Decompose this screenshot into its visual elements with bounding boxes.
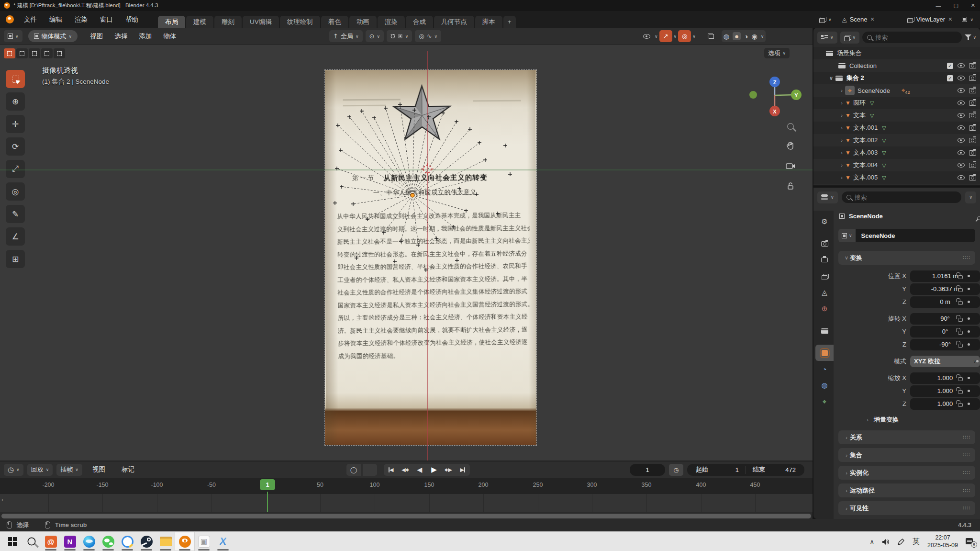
scene-selector[interactable]: Scene	[850, 16, 868, 23]
collections-panel[interactable]: ›集合∷∷	[838, 448, 975, 462]
camera-view-icon[interactable]	[786, 162, 795, 169]
lock-icon[interactable]	[958, 390, 963, 394]
move-tool[interactable]: ✛	[6, 115, 25, 133]
render-visibility-icon[interactable]	[969, 113, 976, 118]
object-name-field[interactable]: SceneNode	[856, 229, 975, 242]
select-box-tool[interactable]: ▶	[6, 70, 25, 88]
measure-tool[interactable]: ∠	[6, 227, 25, 246]
start-button[interactable]	[3, 532, 22, 551]
cursor-tool[interactable]: ⊕	[6, 92, 25, 111]
lock-icon[interactable]	[958, 331, 963, 335]
hide-eye-icon[interactable]	[958, 88, 965, 93]
frame-start-field[interactable]: 起始1	[689, 465, 746, 474]
tab-constraints[interactable]: ◔	[815, 361, 834, 377]
frame-end-field[interactable]: 结束472	[746, 465, 802, 474]
xray-toggle[interactable]	[704, 30, 717, 42]
notification-center-icon[interactable]: 8	[966, 537, 976, 547]
tab-output[interactable]	[815, 252, 834, 268]
playhead-line[interactable]	[267, 492, 268, 512]
outliner-row-text-001[interactable]: ›▼ 文本.001▽	[813, 122, 980, 134]
outliner-row-text-002[interactable]: ›▼ 文本.002▽	[813, 134, 980, 146]
visibility-toggle[interactable]	[640, 30, 653, 42]
workspace-tab[interactable]: 建模	[186, 16, 213, 28]
playhead-cap[interactable]: 1	[260, 479, 275, 490]
hide-eye-icon[interactable]	[958, 101, 965, 105]
outliner-row-text-005[interactable]: ›▼ 文本.005▽	[813, 171, 980, 184]
auto-keying-button[interactable]: ◯	[346, 464, 361, 476]
outliner-display-mode-button[interactable]: ∨	[817, 32, 837, 44]
tab-object[interactable]	[815, 345, 834, 361]
properties-display-button[interactable]: ∨	[817, 191, 838, 203]
collection-checkbox[interactable]: ✓	[947, 63, 953, 69]
animate-dot[interactable]	[968, 390, 970, 392]
menu-item[interactable]: 文件	[18, 15, 43, 24]
editor-type-button[interactable]: ∨	[4, 30, 22, 42]
current-frame-field[interactable]: 1	[630, 464, 665, 476]
maximize-button[interactable]: ▢	[953, 2, 958, 9]
clock-date[interactable]: 2025-05-09	[927, 542, 958, 550]
render-visibility-icon[interactable]	[969, 63, 976, 68]
hide-eye-icon[interactable]	[958, 138, 965, 143]
render-visibility-icon[interactable]	[969, 101, 976, 106]
select-subtract-button[interactable]	[29, 48, 40, 58]
scale-tool[interactable]: ⤢	[6, 160, 25, 178]
viewlayer-settings-icon[interactable]	[962, 17, 967, 22]
use-preview-range-button[interactable]: ◷	[669, 464, 683, 476]
shading-material-button[interactable]: ◑	[744, 33, 748, 40]
gizmo-dropdown[interactable]: ∨	[674, 34, 677, 39]
viewlayer-dropdown[interactable]: ∨	[970, 17, 973, 22]
pan-hand-icon[interactable]	[786, 141, 795, 150]
object-id-selector[interactable]: ∨	[838, 229, 856, 242]
outliner-row-scene-collection[interactable]: 场景集合	[813, 47, 980, 59]
animate-dot[interactable]	[968, 275, 970, 277]
workspace-tab[interactable]: 动画	[349, 16, 377, 28]
scene-unlink-icon[interactable]: ✕	[870, 16, 875, 22]
select-invert-button[interactable]	[41, 48, 53, 58]
animate-dot[interactable]	[976, 360, 979, 362]
screen-layout-icon[interactable]	[819, 17, 825, 22]
drag-handle-icon[interactable]: ∷∷	[963, 434, 970, 440]
annotate-tool[interactable]: ✎	[6, 205, 25, 223]
timeline-marker-menu[interactable]: 标记	[115, 465, 141, 474]
edge-icon[interactable]	[79, 532, 99, 551]
drag-handle-icon[interactable]: ∷∷	[963, 487, 970, 494]
menu-item[interactable]: 帮助	[119, 15, 145, 24]
properties-search-input[interactable]	[855, 194, 957, 201]
shading-dropdown[interactable]: ∨	[761, 34, 764, 39]
outliner-row-text-004[interactable]: ›▼ 文本.004▽	[813, 159, 980, 171]
mode-selector[interactable]: 物体模式 ∨	[28, 30, 78, 42]
proportional-edit-button[interactable]: ◎∿∨	[415, 30, 441, 42]
tab-tool[interactable]: ⚙	[815, 214, 834, 230]
add-workspace-button[interactable]: +	[503, 16, 516, 28]
workspace-tab[interactable]: 雕刻	[214, 16, 242, 28]
workspace-tab[interactable]: 布局	[158, 16, 185, 28]
keying-set-button[interactable]	[363, 464, 377, 476]
render-visibility-icon[interactable]	[969, 175, 976, 180]
prev-keyframe-button[interactable]: ◀◆	[398, 464, 412, 476]
blender-taskbar-icon[interactable]	[175, 532, 194, 551]
photo-viewer-icon[interactable]: ▣	[194, 532, 213, 551]
lock-icon[interactable]	[958, 403, 963, 407]
screen-layout-dropdown[interactable]: ∨	[828, 17, 832, 22]
jump-to-end-button[interactable]: ▶	[456, 464, 470, 476]
overlays-dropdown[interactable]: ∨	[692, 34, 696, 39]
lock-icon[interactable]	[958, 377, 963, 381]
nav-gizmo[interactable]: Z Y X	[746, 67, 803, 124]
animate-dot[interactable]	[968, 403, 970, 405]
hide-eye-icon[interactable]	[958, 76, 965, 80]
animate-dot[interactable]	[968, 343, 970, 346]
wechat-icon[interactable]	[99, 532, 118, 551]
hide-eye-icon[interactable]	[958, 175, 965, 180]
workspace-tab[interactable]: 合成	[406, 16, 433, 28]
outliner-row-text-003[interactable]: ›▼ 文本.003▽	[813, 146, 980, 159]
viewport-menu-item[interactable]: 物体	[157, 32, 182, 41]
timeline-view-menu[interactable]: 视图	[86, 465, 111, 474]
volume-icon[interactable]	[882, 539, 890, 545]
viewlayer-unlink-icon[interactable]: ✕	[948, 16, 952, 22]
outliner-row-circle[interactable]: ›▼ 圆环▽	[813, 97, 980, 109]
render-visibility-icon[interactable]	[969, 163, 976, 168]
properties-search[interactable]	[842, 191, 962, 203]
timeline-collapse-icon[interactable]: ‹	[1, 496, 3, 503]
hide-eye-icon[interactable]	[958, 63, 965, 68]
collection-checkbox[interactable]: ✓	[947, 75, 953, 81]
